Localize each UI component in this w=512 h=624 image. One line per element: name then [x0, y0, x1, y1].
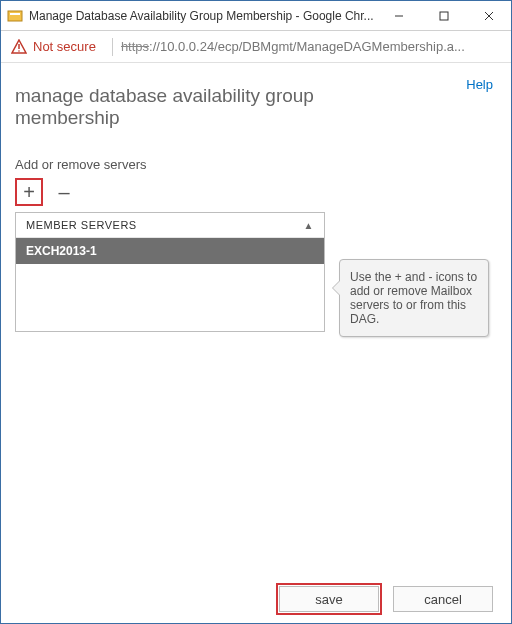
list-toolbar: + – — [15, 178, 497, 206]
add-button-highlight: + — [15, 178, 43, 206]
sort-asc-icon: ▲ — [304, 220, 314, 231]
plus-icon: + — [23, 181, 35, 204]
add-server-button[interactable]: + — [18, 181, 40, 203]
app-window: Manage Database Availability Group Membe… — [0, 0, 512, 624]
window-title: Manage Database Availability Group Membe… — [29, 9, 376, 23]
list-header[interactable]: MEMBER SERVERS ▲ — [16, 213, 324, 238]
svg-rect-3 — [440, 12, 448, 20]
titlebar: Manage Database Availability Group Membe… — [1, 1, 511, 31]
url-protocol: https — [121, 39, 149, 54]
member-servers-list[interactable]: MEMBER SERVERS ▲ EXCH2013-1 — [15, 212, 325, 332]
list-item[interactable]: EXCH2013-1 — [16, 238, 324, 264]
section-label: Add or remove servers — [15, 157, 497, 172]
helper-callout: Use the + and - icons to add or remove M… — [339, 259, 489, 337]
not-secure-label: Not secure — [33, 39, 96, 54]
svg-rect-1 — [10, 13, 20, 15]
maximize-button[interactable] — [421, 1, 466, 30]
page-title: manage database availability group membe… — [15, 85, 415, 129]
minus-icon: – — [58, 181, 69, 204]
svg-rect-0 — [8, 11, 22, 21]
warning-icon — [11, 39, 27, 55]
minimize-button[interactable] — [376, 1, 421, 30]
cancel-button[interactable]: cancel — [393, 586, 493, 612]
close-button[interactable] — [466, 1, 511, 30]
url-rest: ://10.0.0.24/ecp/DBMgmt/ManageDAGMembers… — [149, 39, 465, 54]
app-icon — [7, 8, 23, 24]
help-link[interactable]: Help — [466, 77, 493, 92]
footer: save cancel — [1, 575, 511, 623]
callout-text: Use the + and - icons to add or remove M… — [350, 270, 477, 326]
url-text[interactable]: https://10.0.0.24/ecp/DBMgmt/ManageDAGMe… — [121, 39, 501, 54]
window-controls — [376, 1, 511, 30]
content-area: Help manage database availability group … — [1, 63, 511, 575]
addressbar: Not secure https://10.0.0.24/ecp/DBMgmt/… — [1, 31, 511, 63]
save-button[interactable]: save — [279, 586, 379, 612]
list-header-label: MEMBER SERVERS — [26, 219, 137, 231]
svg-point-8 — [18, 50, 20, 52]
remove-server-button[interactable]: – — [53, 181, 75, 203]
addressbar-divider — [112, 38, 113, 56]
